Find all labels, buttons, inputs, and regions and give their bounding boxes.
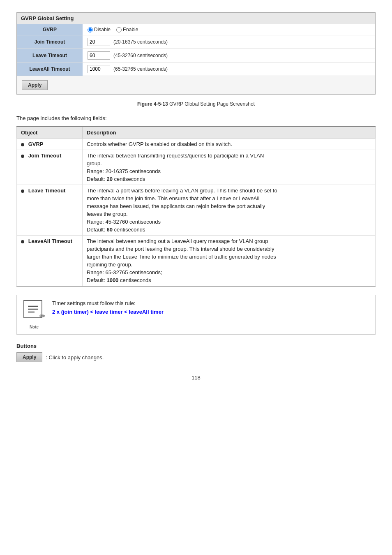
gvrp-global-setting-box: GVRP Global Setting GVRP Disable Enable bbox=[16, 12, 376, 95]
gvrp-radio-group: Disable Enable bbox=[88, 27, 370, 32]
buttons-heading: Buttons bbox=[16, 343, 376, 349]
description-table: Object Description GVRP Controls whether… bbox=[16, 126, 376, 287]
desc-leave-p6: Default: 60 centiseconds bbox=[87, 227, 371, 233]
leave-timeout-row: Leave Timeout (45-32760 centiseconds) bbox=[17, 49, 375, 62]
desc-leave-default: 60 bbox=[106, 227, 112, 233]
apply-button-bottom[interactable]: Apply bbox=[16, 352, 42, 362]
bullet-icon bbox=[21, 155, 24, 158]
desc-join-p1: The interval between transmitting reques… bbox=[87, 153, 371, 159]
table-obj-leave-timeout: Leave Timeout bbox=[17, 185, 83, 236]
leave-timeout-input-group: (45-32760 centiseconds) bbox=[88, 51, 370, 60]
desc-leave-p2: more than twice the join time. This ensu… bbox=[87, 195, 371, 201]
figure-caption-prefix: Figure 4-5-13 bbox=[137, 101, 168, 107]
table-desc-join-timeout: The interval between transmitting reques… bbox=[83, 150, 376, 185]
desc-leaveall-p1: The interval between sending out a Leave… bbox=[87, 238, 371, 244]
desc-join-default: 20 bbox=[106, 176, 112, 182]
page-number: 118 bbox=[16, 375, 376, 381]
table-row: LeaveAll Timeout The interval between se… bbox=[17, 236, 376, 287]
table-desc-leave-timeout: The interval a port waits before leaving… bbox=[83, 185, 376, 236]
obj-join-timeout-label: Join Timeout bbox=[28, 153, 62, 159]
disable-radio-label[interactable]: Disable bbox=[88, 27, 111, 32]
table-desc-leaveall-timeout: The interval between sending out a Leave… bbox=[83, 236, 376, 287]
table-row: Leave Timeout The interval a port waits … bbox=[17, 185, 376, 236]
gvrp-box-title: GVRP Global Setting bbox=[17, 13, 375, 24]
join-timeout-row: Join Timeout (20-16375 centiseconds) bbox=[17, 35, 375, 49]
gvrp-value-cell: Disable Enable bbox=[83, 24, 375, 35]
desc-leaveall-p5: Range: 65-32765 centiseconds; bbox=[87, 269, 371, 275]
join-timeout-unit: (20-16375 centiseconds) bbox=[113, 39, 168, 45]
leaveall-timeout-unit: (65-32765 centiseconds) bbox=[113, 66, 168, 72]
desc-leave-p5: Range: 45-32760 centiseconds bbox=[87, 219, 371, 225]
desc-join-p3: Range: 20-16375 centiseconds bbox=[87, 168, 371, 174]
desc-leaveall-p4: rejoining the group. bbox=[87, 261, 371, 268]
apply-button-desc: : Click to apply changes. bbox=[46, 354, 104, 361]
gvrp-settings-table: GVRP Disable Enable J bbox=[17, 24, 375, 76]
table-desc-gvrp: Controls whether GVRP is enabled or disa… bbox=[83, 139, 376, 150]
note-rule-highlight: 2 x (join timer) < leave timer < leaveAl… bbox=[52, 309, 370, 315]
desc-join-p4: Default: 20 centiseconds bbox=[87, 176, 371, 182]
desc-leave-p1: The interval a port waits before leaving… bbox=[87, 187, 371, 194]
table-obj-gvrp: GVRP bbox=[17, 139, 83, 150]
apply-box: Apply bbox=[17, 76, 375, 94]
desc-join-p2: group. bbox=[87, 160, 371, 166]
leave-timeout-input[interactable] bbox=[88, 51, 110, 60]
leaveall-timeout-value-cell: (65-32765 centiseconds) bbox=[83, 62, 375, 76]
desc-leave-p4: leaves the group. bbox=[87, 211, 371, 217]
enable-radio-label[interactable]: Enable bbox=[116, 27, 138, 32]
table-header-description: Description bbox=[83, 127, 376, 139]
gvrp-label: GVRP bbox=[17, 24, 83, 35]
desc-leave-p3: message has been issued, the applicants … bbox=[87, 203, 371, 209]
leave-timeout-unit: (45-32760 centiseconds) bbox=[113, 53, 168, 58]
desc-leaveall-p2: participants and the port leaving the gr… bbox=[87, 246, 371, 252]
leave-timeout-value-cell: (45-32760 centiseconds) bbox=[83, 49, 375, 62]
note-lines-icon bbox=[26, 303, 39, 315]
note-content: Timer settings must follow this rule: 2 … bbox=[52, 300, 370, 315]
obj-gvrp-label: GVRP bbox=[28, 141, 44, 147]
note-icon-wrapper: ✏ bbox=[23, 300, 45, 321]
join-timeout-value-cell: (20-16375 centiseconds) bbox=[83, 35, 375, 49]
table-obj-leaveall-timeout: LeaveAll Timeout bbox=[17, 236, 83, 287]
note-icon-box: ✏ bbox=[23, 300, 42, 318]
leave-timeout-label: Leave Timeout bbox=[17, 49, 83, 62]
note-icon-area: ✏ Note bbox=[22, 300, 46, 329]
enable-radio[interactable] bbox=[116, 27, 122, 32]
enable-label: Enable bbox=[123, 27, 138, 32]
table-header-object: Object bbox=[17, 127, 83, 139]
join-timeout-label: Join Timeout bbox=[17, 35, 83, 49]
buttons-section: Buttons Apply : Click to apply changes. bbox=[16, 343, 376, 362]
table-header-row: Object Description bbox=[17, 127, 376, 139]
note-pencil-icon: ✏ bbox=[39, 312, 46, 321]
join-timeout-input[interactable] bbox=[88, 38, 110, 46]
apply-button-top[interactable]: Apply bbox=[22, 80, 48, 90]
obj-leave-timeout-label: Leave Timeout bbox=[28, 187, 66, 194]
figure-caption-text: GVRP Global Setting Page Screenshot bbox=[168, 101, 255, 107]
table-obj-join-timeout: Join Timeout bbox=[17, 150, 83, 185]
intro-text: The page includes the following fields: bbox=[16, 115, 376, 121]
bullet-icon bbox=[21, 240, 24, 243]
table-row: GVRP Controls whether GVRP is enabled or… bbox=[17, 139, 376, 150]
leaveall-timeout-input-group: (65-32765 centiseconds) bbox=[88, 65, 370, 73]
leaveall-timeout-row: LeaveAll Timeout (65-32765 centiseconds) bbox=[17, 62, 375, 76]
desc-leaveall-p3: larger than the Leave Time to minimize t… bbox=[87, 254, 371, 260]
desc-gvrp-p1: Controls whether GVRP is enabled or disa… bbox=[87, 141, 371, 147]
buttons-row: Apply : Click to apply changes. bbox=[16, 352, 376, 362]
bullet-icon bbox=[21, 190, 24, 193]
note-rule-text: Timer settings must follow this rule: bbox=[52, 300, 370, 306]
disable-radio[interactable] bbox=[88, 27, 93, 32]
table-row: Join Timeout The interval between transm… bbox=[17, 150, 376, 185]
desc-leaveall-p6: Default: 1000 centiseconds bbox=[87, 277, 371, 283]
join-timeout-input-group: (20-16375 centiseconds) bbox=[88, 38, 370, 46]
note-box: ✏ Note Timer settings must follow this r… bbox=[16, 295, 376, 335]
leaveall-timeout-label: LeaveAll Timeout bbox=[17, 62, 83, 76]
desc-leaveall-default: 1000 bbox=[106, 277, 118, 283]
note-label: Note bbox=[30, 325, 39, 329]
leaveall-timeout-input[interactable] bbox=[88, 65, 110, 73]
obj-leaveall-timeout-label: LeaveAll Timeout bbox=[28, 238, 72, 244]
bullet-icon bbox=[21, 143, 24, 146]
disable-label: Disable bbox=[94, 27, 111, 32]
figure-caption: Figure 4-5-13 GVRP Global Setting Page S… bbox=[16, 101, 376, 107]
gvrp-row: GVRP Disable Enable bbox=[17, 24, 375, 35]
